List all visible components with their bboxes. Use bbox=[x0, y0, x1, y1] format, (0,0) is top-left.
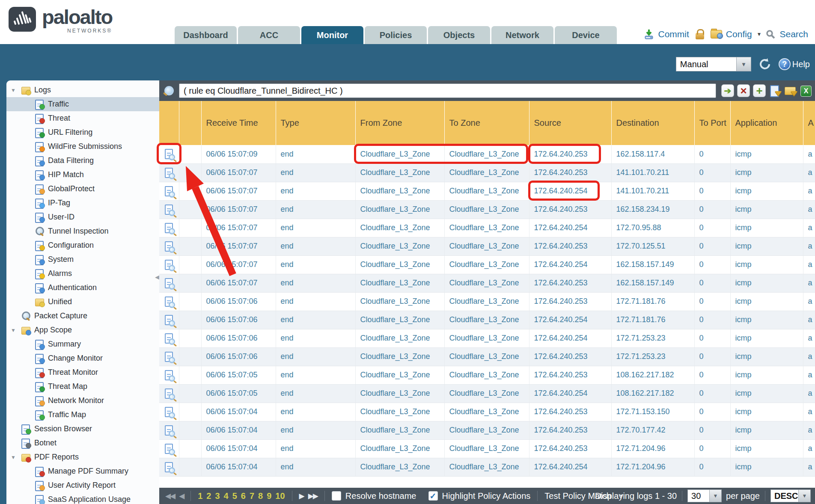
log-detail-icon[interactable] bbox=[165, 425, 173, 436]
sidebar-item-saas-application-usage[interactable]: SaaS Application Usage bbox=[6, 492, 159, 504]
sidebar-item-botnet[interactable]: Botnet bbox=[6, 436, 159, 450]
filter-query-input[interactable] bbox=[179, 83, 716, 98]
log-detail-icon[interactable] bbox=[165, 168, 173, 178]
page-number-7[interactable]: 7 bbox=[250, 491, 254, 501]
sort-order-select[interactable]: DESC bbox=[770, 489, 799, 502]
next-page-icon[interactable]: ▶ bbox=[299, 492, 304, 501]
sidebar-item-globalprotect[interactable]: GlobalProtect bbox=[6, 182, 159, 196]
sidebar-item-threat-map[interactable]: Threat Map bbox=[6, 379, 159, 394]
sidebar-item-change-monitor[interactable]: Change Monitor bbox=[6, 351, 159, 365]
sidebar-item-configuration[interactable]: Configuration bbox=[6, 238, 159, 252]
sidebar-item-unified[interactable]: Unified bbox=[6, 295, 159, 309]
sidebar-item-user-activity-report[interactable]: User Activity Report bbox=[6, 478, 159, 492]
column-header-application[interactable]: Application bbox=[730, 101, 803, 145]
load-filter-icon[interactable] bbox=[785, 84, 797, 97]
resolve-hostname-checkbox[interactable] bbox=[332, 491, 341, 501]
page-number-6[interactable]: 6 bbox=[241, 491, 246, 501]
column-header-destination[interactable]: Destination bbox=[611, 101, 694, 145]
sidebar-item-user-id[interactable]: User-ID bbox=[6, 210, 159, 224]
sidebar-item-threat[interactable]: Threat bbox=[6, 111, 159, 125]
per-page-caret-icon[interactable]: ▼ bbox=[710, 489, 722, 502]
column-header-source[interactable]: Source bbox=[529, 101, 611, 145]
apply-filter-button[interactable]: ➔ bbox=[721, 84, 734, 97]
log-detail-icon[interactable] bbox=[165, 205, 173, 215]
tab-monitor[interactable]: Monitor bbox=[301, 26, 363, 44]
log-detail-icon[interactable] bbox=[165, 278, 173, 288]
log-detail-icon[interactable] bbox=[165, 462, 173, 472]
page-number-10[interactable]: 10 bbox=[275, 491, 285, 501]
sort-order-caret-icon[interactable]: ▼ bbox=[799, 489, 811, 502]
tab-objects[interactable]: Objects bbox=[428, 26, 490, 44]
sidebar-item-app-scope[interactable]: ▼App Scope bbox=[6, 323, 159, 337]
sidebar-item-data-filtering[interactable]: Data Filtering bbox=[6, 154, 159, 168]
column-header-a[interactable]: A bbox=[803, 101, 815, 145]
tab-network[interactable]: Network bbox=[491, 26, 553, 44]
page-number-9[interactable]: 9 bbox=[267, 491, 271, 501]
first-page-icon[interactable]: ◀◀ bbox=[165, 492, 175, 501]
log-detail-icon[interactable] bbox=[165, 315, 173, 325]
commit-button[interactable]: Commit bbox=[658, 29, 689, 39]
page-number-3[interactable]: 3 bbox=[215, 491, 220, 501]
help-label[interactable]: Help bbox=[792, 59, 810, 69]
refresh-mode-select[interactable]: Manual bbox=[676, 57, 737, 71]
sidebar-item-threat-monitor[interactable]: Threat Monitor bbox=[6, 365, 159, 379]
expand-triangle-icon[interactable]: ▼ bbox=[11, 87, 21, 93]
add-filter-button[interactable]: + bbox=[753, 84, 766, 97]
column-header-to-zone[interactable]: To Zone bbox=[444, 101, 529, 145]
sidebar-item-hip-match[interactable]: HIP Match bbox=[6, 168, 159, 182]
expand-triangle-icon[interactable]: ▼ bbox=[11, 327, 21, 333]
sidebar-item-pdf-reports[interactable]: ▼PDF Reports bbox=[6, 450, 159, 464]
log-detail-icon[interactable] bbox=[165, 407, 173, 417]
sidebar-collapse-icon[interactable]: ◀ bbox=[155, 274, 159, 280]
tab-policies[interactable]: Policies bbox=[365, 26, 427, 44]
refresh-icon[interactable] bbox=[758, 57, 772, 71]
highlight-policy-actions-checkbox[interactable] bbox=[428, 491, 438, 501]
log-detail-icon[interactable] bbox=[165, 186, 173, 196]
log-detail-icon[interactable] bbox=[165, 241, 173, 252]
column-header-to-port[interactable]: To Port bbox=[694, 101, 730, 145]
prev-page-icon[interactable]: ◀ bbox=[179, 492, 184, 501]
page-number-8[interactable]: 8 bbox=[258, 491, 263, 501]
help-icon[interactable]: ? bbox=[779, 58, 791, 70]
sidebar-item-network-monitor[interactable]: Network Monitor bbox=[6, 394, 159, 408]
sidebar-item-system[interactable]: System bbox=[6, 252, 159, 267]
sidebar-item-alarms[interactable]: Alarms bbox=[6, 267, 159, 281]
column-header-from-zone[interactable]: From Zone bbox=[355, 101, 444, 145]
sidebar-item-packet-capture[interactable]: Packet Capture bbox=[6, 309, 159, 323]
page-number-2[interactable]: 2 bbox=[206, 491, 211, 501]
lock-icon[interactable] bbox=[696, 33, 704, 39]
tab-acc[interactable]: ACC bbox=[238, 26, 300, 44]
config-button[interactable]: Config bbox=[726, 29, 752, 39]
log-detail-icon[interactable] bbox=[165, 444, 173, 454]
log-detail-icon[interactable] bbox=[165, 149, 173, 159]
log-detail-icon[interactable] bbox=[165, 388, 173, 399]
page-number-4[interactable]: 4 bbox=[224, 491, 229, 501]
tab-device[interactable]: Device bbox=[555, 26, 617, 44]
page-number-5[interactable]: 5 bbox=[232, 491, 237, 501]
page-number-1[interactable]: 1 bbox=[198, 491, 202, 501]
save-filter-icon[interactable] bbox=[769, 84, 782, 97]
search-button[interactable]: Search bbox=[779, 29, 808, 39]
sidebar-item-tunnel-inspection[interactable]: Tunnel Inspection bbox=[6, 224, 159, 238]
sidebar-item-logs[interactable]: ▼Logs bbox=[6, 83, 159, 97]
last-page-icon[interactable]: ▶▶ bbox=[308, 492, 318, 501]
per-page-select[interactable]: 30 bbox=[687, 489, 710, 502]
sidebar-item-url-filtering[interactable]: URL Filtering bbox=[6, 125, 159, 139]
export-csv-icon[interactable]: X bbox=[800, 86, 812, 97]
config-caret-icon[interactable]: ▼ bbox=[757, 31, 762, 37]
column-header-type[interactable]: Type bbox=[276, 101, 355, 145]
column-header-receive-time[interactable]: Receive Time bbox=[201, 101, 276, 145]
sidebar-item-wildfire-submissions[interactable]: WildFire Submissions bbox=[6, 139, 159, 154]
expand-triangle-icon[interactable]: ▼ bbox=[11, 454, 21, 460]
log-detail-icon[interactable] bbox=[165, 370, 173, 380]
clear-filter-button[interactable]: × bbox=[737, 84, 750, 97]
sidebar-item-ip-tag[interactable]: IP-Tag bbox=[6, 196, 159, 210]
sidebar-item-manage-pdf-summary[interactable]: Manage PDF Summary bbox=[6, 464, 159, 478]
log-detail-icon[interactable] bbox=[165, 223, 173, 233]
sidebar-item-traffic[interactable]: Traffic bbox=[6, 97, 159, 111]
log-detail-icon[interactable] bbox=[165, 352, 173, 362]
tab-dashboard[interactable]: Dashboard bbox=[175, 26, 237, 44]
refresh-mode-caret-icon[interactable]: ▼ bbox=[737, 57, 751, 71]
sidebar-item-authentication[interactable]: Authentication bbox=[6, 281, 159, 295]
log-detail-icon[interactable] bbox=[165, 260, 173, 270]
